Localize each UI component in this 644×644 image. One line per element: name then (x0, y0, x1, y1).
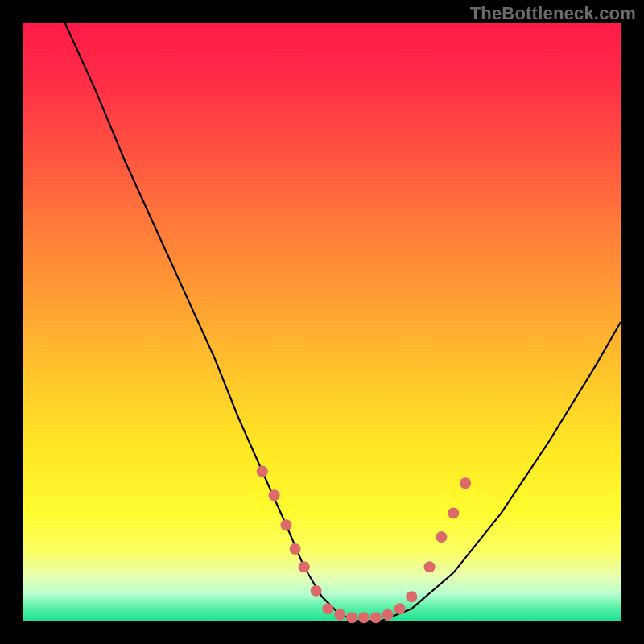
chart-frame (23, 23, 621, 621)
curve-dot (394, 603, 406, 614)
curve-dot (448, 507, 459, 518)
curve-dot (299, 561, 310, 572)
curve-dot (281, 519, 292, 530)
curve-dot (406, 591, 417, 602)
bottleneck-curve (65, 23, 621, 621)
curve-dot (311, 585, 322, 597)
curve-dots (257, 466, 471, 624)
curve-dot (257, 466, 268, 477)
chart-svg (23, 23, 621, 621)
curve-dot (370, 612, 382, 623)
curve-dot (290, 543, 301, 555)
curve-dot (346, 612, 357, 623)
curve-dot (334, 609, 345, 621)
curve-dot (382, 609, 394, 621)
curve-dot (460, 477, 471, 489)
watermark-text: TheBottleneck.com (470, 3, 636, 24)
curve-dot (436, 531, 447, 543)
curve-dot (322, 603, 333, 614)
curve-dot (269, 489, 280, 501)
curve-dot (358, 612, 369, 623)
curve-dot (424, 561, 436, 572)
